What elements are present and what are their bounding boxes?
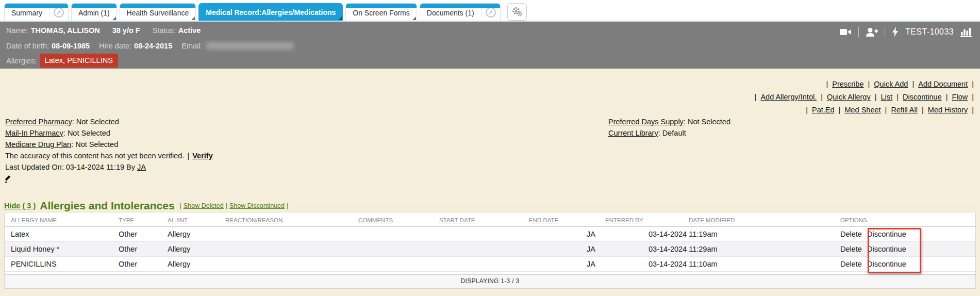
cell-end-date [523,242,580,257]
discontinue-row-link[interactable]: Discontinue [867,260,906,268]
add-allergy-intol-link[interactable]: Add Allergy/Intol. [760,93,817,101]
tab-label: Medical Record:Allergies/Medications [199,8,342,21]
popout-arrow-icon[interactable]: ↗ [486,7,496,18]
med-sheet-link[interactable]: Med Sheet [844,106,881,114]
separator: | [180,202,181,209]
hire-date-label: Hire date: [99,40,131,52]
cell-start-date [433,257,523,272]
bar-chart-icon[interactable] [960,27,972,37]
status-label: Status: [153,25,176,36]
verify-link[interactable]: Verify [192,152,213,160]
show-discontinued-link[interactable]: Show Discontinued [229,202,285,209]
discontinue-row-link[interactable]: Discontinue [867,230,906,238]
cell-allergy-name: Liquid Honey * [5,242,112,257]
delete-row-link[interactable]: Delete [840,260,862,268]
preferred-pharmacy-value: Not Selected [76,118,119,126]
separator: | [868,80,870,88]
cell-al-int: Allergy [161,242,219,257]
tab-bar: Summary ↗ Admin (1) Health Surveillance … [0,0,980,22]
preferred-days-supply-row: Preferred Days Supply: Not Selected [608,116,730,127]
tab-admin[interactable]: Admin (1) [71,3,117,21]
col-reaction-reason[interactable]: REACTION/REASON [219,213,352,227]
allergies-badge[interactable]: Latex, PENICILLINS [40,54,118,68]
current-library-row: Current Library: Default [608,127,730,139]
email-label: Email: [181,40,202,52]
action-links-row-3: | Pat.Ed | Med Sheet | Refill All | Med … [754,104,975,117]
lightning-icon[interactable] [892,27,899,37]
quick-allergy-link[interactable]: Quick Allergy [827,93,871,101]
icon-divider [885,27,885,37]
col-al-int[interactable]: AL./INT. [161,213,219,227]
patient-hire-date: 08-24-2015 [134,40,172,52]
hide-section-link[interactable]: Hide ( 3 ) [4,202,36,210]
allergies-label: Allergies: [6,55,37,67]
updated-by-link[interactable]: JA [137,163,146,171]
cell-reaction [219,257,352,272]
tab-on-screen-forms[interactable]: On Screen Forms [345,3,417,21]
last-updated-row: Last Updated On: 03-14-2024 11:19 By JA [5,161,213,173]
tab-summary[interactable]: Summary ↗ [4,3,69,21]
cell-start-date [433,227,523,242]
separator: | [806,106,808,114]
edit-pencil-icon[interactable] [5,175,13,183]
tab-label: Documents (1) [420,9,481,21]
add-document-link[interactable]: Add Document [918,80,968,88]
list-link[interactable]: List [881,93,893,101]
video-camera-icon[interactable] [839,27,852,37]
patient-banner: Name: THOMAS, ALLISON 38 y/o F Status: A… [0,22,980,69]
cell-start-date [433,242,523,257]
mail-in-pharmacy-link[interactable]: Mail-In Pharmacy [5,129,63,137]
separator: | [826,80,828,88]
tab-label: Summary [5,9,49,21]
preferred-pharmacy-link[interactable]: Preferred Pharmacy [5,118,72,126]
cell-date-modified: 03-14-2024 11:10am [642,257,797,272]
tab-medical-record-allergies-medications[interactable]: Medical Record:Allergies/Medications [198,3,343,21]
cell-comments [352,227,433,242]
colon: : [63,129,65,137]
add-person-icon[interactable] [866,27,878,37]
email-redacted-value [206,42,294,50]
medicare-drug-plan-link[interactable]: Medicare Drug Plan [5,140,71,149]
col-type[interactable]: TYPE [112,213,161,227]
patient-dob: 08-09-1985 [52,40,90,52]
separator: | [972,106,974,114]
delete-row-link[interactable]: Delete [840,245,862,253]
tab-health-surveillance[interactable]: Health Surveillance [120,3,196,21]
col-date-modified[interactable]: DATE MODIFIED [642,213,797,227]
popout-arrow-icon[interactable]: ↗ [54,7,64,18]
flow-link[interactable]: Flow [952,93,968,101]
col-end-date[interactable]: END DATE [523,213,580,227]
refill-all-link[interactable]: Refill All [891,106,918,114]
discontinue-row-link[interactable]: Discontinue [867,245,906,253]
separator: | [755,93,757,101]
cell-allergy-name: PENICILLINS [5,257,112,272]
table-header-row: ALLERGY NAME TYPE AL./INT. REACTION/REAS… [5,213,975,227]
quick-add-link[interactable]: Quick Add [874,80,908,88]
settings-gear-button[interactable] [507,3,527,21]
preferred-days-supply-link[interactable]: Preferred Days Supply [608,118,684,126]
show-deleted-link[interactable]: Show Deleted [184,202,224,209]
current-library-link[interactable]: Current Library [608,129,658,137]
tab-documents[interactable]: Documents (1) ↗ [420,3,501,21]
gears-icon [511,6,523,18]
col-comments[interactable]: COMMENTS [352,213,433,227]
delete-row-link[interactable]: Delete [840,230,862,238]
prescribe-link[interactable]: Prescribe [832,80,863,88]
patient-id: TEST-10033 [905,27,954,37]
col-options: OPTIONS [797,213,975,227]
col-start-date[interactable]: START DATE [433,213,523,227]
tab-divider [49,7,49,18]
col-entered-by[interactable]: ENTERED BY [580,213,642,227]
separator: | [187,152,189,160]
discontinue-link[interactable]: Discontinue [903,93,942,101]
banner-icon-group: TEST-10033 [839,27,972,37]
accuracy-text: The accuracy of this content has not yet… [5,152,184,160]
col-allergy-name[interactable]: ALLERGY NAME [5,213,112,227]
allergies-table: ALLERGY NAME TYPE AL./INT. REACTION/REAS… [5,213,975,272]
pat-ed-link[interactable]: Pat.Ed [812,106,835,114]
med-history-link[interactable]: Med History [928,106,968,114]
table-paging-status: DISPLAYING 1-3 / 3 [5,274,975,288]
last-updated-text: Last Updated On: 03-14-2024 11:19 By [5,163,135,171]
dob-label: Date of birth: [6,40,49,52]
patient-details-row: Date of birth: 08-09-1985 Hire date: 08-… [6,40,974,52]
